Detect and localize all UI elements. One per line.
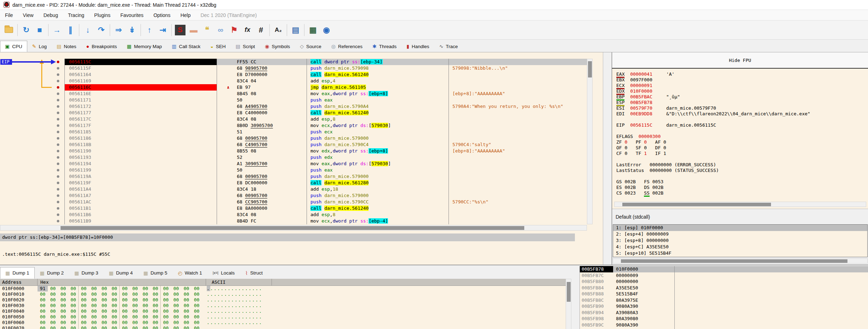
stop-icon[interactable]: ■ [33,23,46,37]
tab-seh[interactable]: ◒SEH [205,41,230,52]
register-line[interactable]: EDI 00EB9DD8 &"D:\\ctf\\flareon2022\\04_… [616,111,868,117]
breakpoint-dot-empty[interactable] [57,144,59,146]
menu-item-view[interactable]: View [18,11,39,20]
disasm-horizontal-scrollbar[interactable] [0,225,587,231]
tab-breakpoints[interactable]: ●Breakpoints [81,41,122,52]
fx-functions-icon[interactable]: fx [241,23,254,37]
bottom-tab-dump-5[interactable]: ▦Dump 5 [138,267,173,279]
dump-row[interactable]: 010F004000000000000000000000000000000000… [0,308,566,314]
paperclip-icon[interactable]: ∞ [214,23,227,37]
registers-pane[interactable]: Hide FPU EAX 00000041 'A'EBX 0097F000ECX… [612,52,868,265]
disasm-row[interactable]: 0056117268 A4905700push darn_mice.5790A4… [0,103,587,110]
menu-item-options[interactable]: Options [148,11,175,20]
tab-trace[interactable]: ∿Trace [434,41,463,52]
dump-row[interactable]: 010F005000000000000000000000000000000000… [0,314,566,320]
register-line[interactable]: EFLAGS 00000300 [616,134,868,139]
arguments-horizontal-scrollbar[interactable] [613,258,868,264]
device-icon[interactable]: ▤ [289,23,302,37]
disasm-row[interactable]: 0056116C∧EB 97jmp darn_mice.561105 [0,84,587,91]
globe-icon[interactable]: ◉ [320,23,333,37]
disasm-row[interactable]: 0056117150push eax [0,97,587,103]
stack-row[interactable]: 00B5FB94A39080A3 [580,310,868,316]
register-line[interactable]: ECX 00000091 [616,83,868,88]
register-line[interactable]: ESI 00579F70 darn_mice.00579F70 [616,105,868,111]
pause-icon[interactable]: ∥ [64,23,77,37]
hide-fpu-button[interactable]: Hide FPU [612,52,868,69]
tab-symbols[interactable]: ◉Symbols [260,41,295,52]
arguments-box[interactable]: 1: [esp] 010F00002: [esp+4] 000000093: [… [613,224,868,257]
breakpoint-dot-empty[interactable] [57,150,59,152]
breakpoint-dot-empty[interactable] [57,220,59,223]
scrollbar-thumb[interactable] [61,226,524,230]
breakpoint-dot-empty[interactable] [57,188,59,191]
register-line[interactable] [616,128,868,134]
breakpoint-dot-empty[interactable] [57,163,59,165]
disasm-row[interactable]: 0056116E8B45 08mov eax,dword ptr ss:[ebp… [0,91,587,97]
register-line[interactable]: CS 0023 SS 002B [616,190,868,196]
disasm-row[interactable]: 005611B98B4D FCmov ecx,dword ptr ss:[ebp… [0,218,587,224]
bottom-tab-dump-2[interactable]: ▦Dump 2 [35,267,69,279]
stack-row[interactable]: 00B5FB909080A390 [580,303,868,310]
argument-row[interactable]: 4: [esp+C] A35E5E50 [613,244,867,250]
breakpoint-dot[interactable] [57,86,59,89]
dump-row[interactable]: 010F001000000000000000000000000000000000… [0,292,566,297]
disasm-row[interactable]: 0056119352push edx [0,154,587,161]
breakpoint-dot-empty[interactable] [57,137,59,140]
scrollbar-thumb[interactable] [588,61,592,77]
argument-row[interactable]: 3: [esp+8] 00000000 [613,237,867,244]
disasm-row[interactable]: 0056118B68 C4905700push darn_mice.5790C4… [0,142,587,148]
stack-row[interactable]: 00B5FB885E515B4F [580,291,868,297]
disasm-row[interactable]: 0056116983C4 04add esp,4 [0,78,587,84]
disasm-row[interactable]: 005611A768 00905700push darn_mice.579000 [0,192,587,199]
register-line[interactable]: ZF 0 PF 0 AF 0 [616,139,868,145]
bottom-tab-dump-4[interactable]: ▦Dump 4 [104,267,138,279]
bottom-tab-watch-1[interactable]: ◴Watch 1 [173,267,207,279]
favourite-ribbon-icon[interactable]: ⚑ [227,23,241,37]
breakpoint-dot-empty[interactable] [57,182,59,184]
disasm-row[interactable]: 005611908B55 08mov edx,dword ptr ss:[ebp… [0,148,587,154]
patches-icon[interactable]: ▬ [187,23,200,37]
dump-pane[interactable]: Address Hex ASCII 010F000091000000000000… [0,279,566,329]
register-line[interactable]: EAX 00000041 'A' [616,71,868,77]
menu-item-debug[interactable]: Debug [39,11,63,20]
breakpoint-dot-empty[interactable] [57,131,59,133]
stack-row[interactable]: 00B5FB8000000000 [580,278,868,285]
menu-item-plugins[interactable]: Plugins [89,11,115,20]
breakpoint-dot-empty[interactable] [57,80,59,82]
register-line[interactable]: EDX 010F0000 [616,88,868,94]
disasm-row[interactable]: 00561164E8 D7000000call darn_mice.561240 [0,71,587,78]
stack-row[interactable]: 00B5FB8C80A3975E [580,297,868,304]
stack-row[interactable]: 00B5FB9C9080A390 [580,322,868,328]
register-line[interactable]: ES 002B DS 002B [616,185,868,190]
disasm-row[interactable]: 0056118551push ecx [0,129,587,135]
breakpoint-dot-empty[interactable] [57,169,59,172]
tab-handles[interactable]: ▮Handles [401,41,434,52]
menu-item-file[interactable]: File [0,11,18,20]
bottom-tab-locals[interactable]: |x=|Locals [207,267,240,279]
disasm-row[interactable]: 0056115F68 98905700push darn_mice.579098… [0,65,587,71]
stack-row[interactable]: 00B5FB78010F0000 [580,266,868,272]
register-line[interactable]: OF 0 SF 0 DF 0 [616,145,868,151]
breakpoint-dot-empty[interactable] [57,118,59,121]
run-icon[interactable]: → [50,23,64,37]
breakpoint-dot-empty[interactable] [57,201,59,203]
argument-row[interactable]: 2: [esp+4] 00000009 [613,231,867,237]
menu-item-tracing[interactable]: Tracing [63,11,89,20]
font-size-icon[interactable]: A₂ [272,23,285,37]
breakpoint-dot-empty[interactable] [57,93,59,95]
disasm-row[interactable]: 0056119FE8 DC000000call darn_mice.561280 [0,180,587,186]
disasm-row[interactable]: 0056119A68 00905700push darn_mice.579000 [0,173,587,180]
dump-row[interactable]: 010F002000000000000000000000000000000000… [0,297,566,303]
tab-script[interactable]: ▤Script [231,41,260,52]
register-line[interactable]: GS 002B FS 0053 [616,179,868,185]
comment-icon[interactable]: ❝ [200,23,214,37]
breakpoint-dot-empty[interactable] [57,99,59,102]
scrollbar-thumb[interactable] [622,203,771,206]
disasm-row[interactable]: 00561194A1 30905700mov eax,dword ptr ds:… [0,161,587,167]
bottom-tab-dump-1[interactable]: ▦Dump 1 [0,267,35,279]
disasm-row[interactable]: 0056117F8B0D 30905700mov ecx,dword ptr d… [0,122,587,129]
menu-item-help[interactable]: Help [176,11,196,20]
register-line[interactable]: LastStatus 00000000 (STATUS_SUCCESS) [616,168,868,173]
register-line[interactable]: EIP 0056115C darn_mice.0056115C [616,122,868,128]
stack-pane[interactable]: 00B5FB78010F000000B5FB7C0000000900B5FB80… [579,266,868,329]
